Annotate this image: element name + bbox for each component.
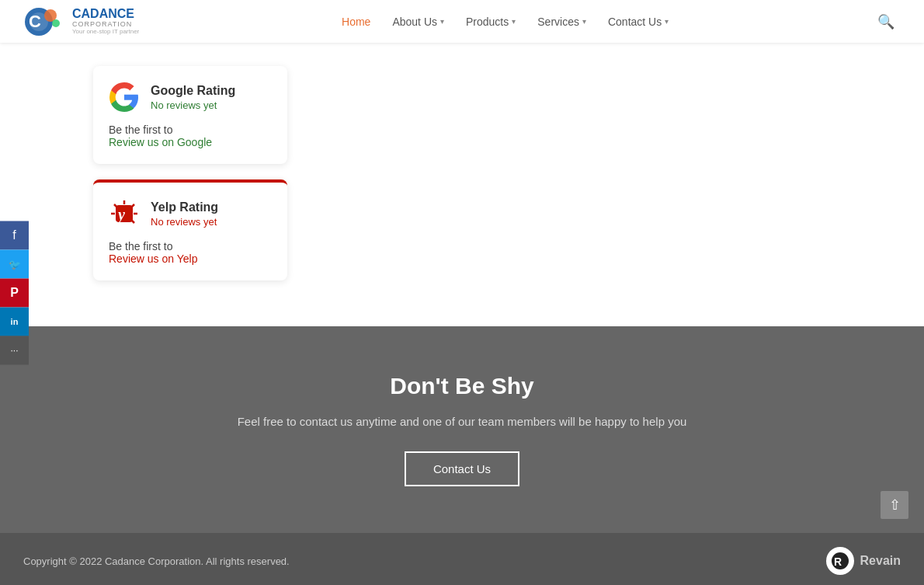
revain-label: Revain xyxy=(860,554,901,568)
logo-icon: C xyxy=(23,6,66,37)
yelp-logo: y xyxy=(109,198,140,229)
yelp-card-body: Be the first to Review us on Yelp xyxy=(109,240,272,265)
google-card-body: Be the first to Review us on Google xyxy=(109,124,272,148)
chevron-down-icon: ▾ xyxy=(440,17,444,26)
reviews-area: Google Rating No reviews yet Be the firs… xyxy=(0,43,326,304)
nav-links: Home About Us ▾ Products ▾ Services ▾ Co… xyxy=(331,0,679,43)
google-card-header: Google Rating No reviews yet xyxy=(109,82,272,113)
chevron-down-icon: ▾ xyxy=(512,17,516,26)
search-button[interactable]: 🔍 xyxy=(871,7,901,37)
revain-icon: R xyxy=(826,547,854,575)
more-button[interactable]: ··· xyxy=(0,336,29,364)
contact-us-button[interactable]: Contact Us xyxy=(405,451,519,486)
main-content: Google Rating No reviews yet Be the firs… xyxy=(0,0,924,326)
google-card-info: Google Rating No reviews yet xyxy=(151,84,235,111)
chevron-down-icon: ▾ xyxy=(665,17,669,26)
logo-area: C CADANCE CORPORATION Your one-stop IT p… xyxy=(23,6,139,37)
yelp-card-info: Yelp Rating No reviews yet xyxy=(151,200,218,228)
more-icon: ··· xyxy=(10,345,18,356)
copyright-text: Copyright © 2022 Cadance Corporation. Al… xyxy=(23,555,290,567)
facebook-button[interactable]: f xyxy=(0,221,29,249)
nav-link-products[interactable]: Products ▾ xyxy=(455,0,526,43)
chevron-up-icon: ⇧ xyxy=(889,496,901,514)
google-logo xyxy=(109,82,140,113)
nav-item-services[interactable]: Services ▾ xyxy=(526,0,597,43)
revain-logo: R Revain xyxy=(826,547,901,575)
svg-text:y: y xyxy=(116,206,125,224)
google-icon xyxy=(109,82,139,112)
google-review-card: Google Rating No reviews yet Be the firs… xyxy=(93,66,287,164)
linkedin-icon: in xyxy=(11,317,19,326)
yelp-review-card: y Yelp Rating No reviews yet xyxy=(93,179,287,280)
nav-link-home[interactable]: Home xyxy=(331,0,381,43)
yelp-review-link[interactable]: Review us on Yelp xyxy=(109,252,197,265)
svg-line-8 xyxy=(131,204,134,207)
nav-link-about[interactable]: About Us ▾ xyxy=(381,0,455,43)
svg-line-10 xyxy=(131,220,134,223)
social-sidebar: f 🐦 P in ··· xyxy=(0,221,29,364)
footer-cta-title: Don't Be Shy xyxy=(16,373,908,399)
nav-item-products[interactable]: Products ▾ xyxy=(455,0,526,43)
yelp-icon: y xyxy=(109,199,139,228)
facebook-icon: f xyxy=(12,228,16,242)
nav-link-contact[interactable]: Contact Us ▾ xyxy=(597,0,679,43)
bottom-footer: Copyright © 2022 Cadance Corporation. Al… xyxy=(0,533,924,585)
navbar: C CADANCE CORPORATION Your one-stop IT p… xyxy=(0,0,924,43)
footer-cta-text: Feel free to contact us anytime and one … xyxy=(16,415,908,428)
linkedin-button[interactable]: in xyxy=(0,307,29,336)
google-card-subtitle: No reviews yet xyxy=(151,99,235,111)
nav-item-about[interactable]: About Us ▾ xyxy=(381,0,455,43)
twitter-button[interactable]: 🐦 xyxy=(0,249,29,278)
nav-item-contact[interactable]: Contact Us ▾ xyxy=(597,0,679,43)
revain-svg: R xyxy=(830,551,850,571)
nav-item-home[interactable]: Home xyxy=(331,0,381,43)
twitter-icon: 🐦 xyxy=(9,258,21,270)
chevron-down-icon: ▾ xyxy=(582,17,586,26)
svg-text:C: C xyxy=(29,12,41,31)
google-card-title: Google Rating xyxy=(151,84,235,98)
google-review-link[interactable]: Review us on Google xyxy=(109,136,212,148)
pinterest-icon: P xyxy=(10,286,19,300)
yelp-card-title: Yelp Rating xyxy=(151,200,218,214)
svg-point-4 xyxy=(52,19,60,27)
yelp-card-header: y Yelp Rating No reviews yet xyxy=(109,198,272,229)
logo-text: CADANCE CORPORATION Your one-stop IT par… xyxy=(72,7,139,35)
svg-text:R: R xyxy=(834,555,842,568)
back-to-top-button[interactable]: ⇧ xyxy=(881,491,908,519)
nav-link-services[interactable]: Services ▾ xyxy=(526,0,597,43)
pinterest-button[interactable]: P xyxy=(0,278,29,307)
yelp-card-subtitle: No reviews yet xyxy=(151,216,218,228)
footer-cta: Don't Be Shy Feel free to contact us any… xyxy=(0,326,924,533)
svg-line-11 xyxy=(114,204,117,207)
